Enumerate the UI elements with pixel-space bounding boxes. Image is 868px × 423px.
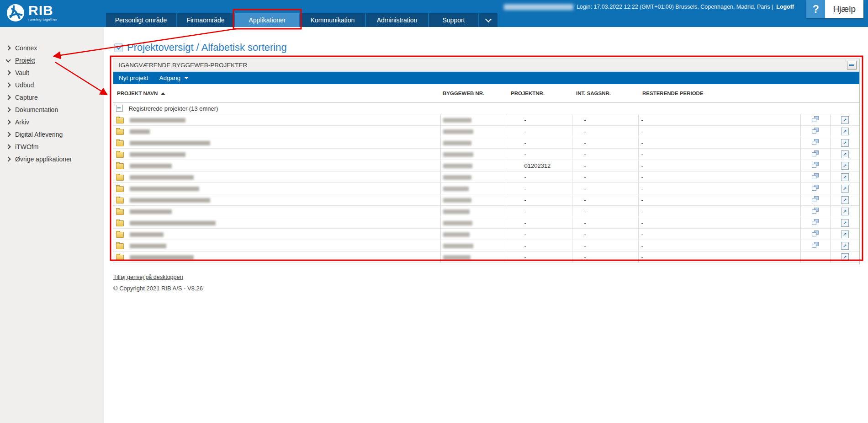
column-header-projektnr[interactable]: PROJEKTNR.: [506, 84, 572, 103]
project-name-redacted: [130, 152, 185, 157]
byggeweb-nr-redacted: [443, 187, 469, 191]
launch-project-icon[interactable]: ↗: [841, 230, 849, 238]
table-row[interactable]: - - - ↗: [113, 171, 859, 183]
sidebar-item-vault[interactable]: Vault: [0, 66, 104, 79]
tab-kommunikation[interactable]: Kommunikation: [300, 13, 365, 27]
launch-project-icon[interactable]: ↗: [841, 253, 849, 261]
byggeweb-nr-redacted: [443, 175, 471, 180]
int-sagsnr-cell: -: [572, 183, 638, 194]
table-row[interactable]: - - - ↗: [113, 194, 859, 206]
projektnr-cell: 01202312: [506, 160, 572, 171]
sidebar-item-udbud[interactable]: Udbud: [0, 79, 104, 91]
table-row[interactable]: - - - ↗: [113, 206, 859, 217]
top-header: RIB running together Personligt område F…: [0, 0, 868, 27]
sidebar-item-oevrige-applikationer[interactable]: Øvrige applikationer: [0, 153, 104, 165]
tab-personligt-omraade[interactable]: Personligt område: [106, 13, 176, 27]
column-header-byggeweb-nr[interactable]: BYGGEWEB NR.: [440, 84, 506, 103]
sidebar-item-digital-aflevering[interactable]: Digital Aflevering: [0, 128, 104, 140]
collapse-group-icon[interactable]: [116, 105, 123, 112]
open-in-window-icon[interactable]: [812, 185, 819, 191]
launch-project-icon[interactable]: ↗: [841, 162, 849, 170]
sidebar-item-dokumentation[interactable]: Dokumentation: [0, 103, 104, 116]
launch-project-icon[interactable]: ↗: [841, 139, 849, 147]
tab-firmaomraade[interactable]: Firmaområde: [177, 13, 234, 27]
sidebar-item-connex[interactable]: Connex: [0, 42, 104, 54]
open-in-window-icon[interactable]: [812, 128, 819, 134]
table-row[interactable]: - - - ↗: [113, 229, 859, 240]
page-title-row: Projektoversigt / Alfabetisk sortering: [114, 42, 287, 54]
resterende-periode-cell: -: [638, 114, 800, 126]
launch-project-icon[interactable]: ↗: [841, 185, 849, 193]
int-sagsnr-cell: -: [572, 126, 638, 137]
collapse-section-icon[interactable]: [114, 43, 123, 52]
open-in-window-icon[interactable]: [812, 208, 819, 214]
resterende-periode-cell: -: [638, 217, 800, 229]
byggeweb-nr-redacted: [443, 232, 470, 237]
launch-project-icon[interactable]: ↗: [841, 219, 849, 227]
resterende-periode-cell: -: [638, 206, 800, 217]
open-in-window-icon[interactable]: [812, 150, 819, 156]
open-in-window-icon[interactable]: [812, 219, 819, 225]
access-dropdown[interactable]: Adgang: [159, 75, 189, 81]
launch-project-icon[interactable]: ↗: [841, 173, 849, 181]
open-in-window-icon[interactable]: [812, 230, 819, 236]
tab-administration[interactable]: Administration: [366, 13, 428, 27]
projects-table: PROJEKT NAVN BYGGEWEB NR. PROJEKTNR. INT…: [113, 84, 859, 263]
open-in-window-icon[interactable]: [812, 162, 819, 168]
table-row[interactable]: - - - ↗: [113, 137, 859, 149]
table-row[interactable]: - - - ↗: [113, 149, 859, 160]
open-in-window-icon[interactable]: [812, 173, 819, 179]
tab-applikationer[interactable]: Applikationer: [235, 13, 299, 27]
folder-icon: [116, 152, 124, 158]
column-header-int-sagsnr[interactable]: INT. SAGSNR.: [572, 84, 638, 103]
login-info: Login: 17.03.2022 12:22 (GMT+01:00) Brus…: [504, 4, 794, 10]
open-in-window-icon[interactable]: [812, 139, 819, 145]
chevron-right-icon: [5, 70, 11, 75]
open-in-window-icon[interactable]: [812, 242, 819, 248]
folder-icon: [116, 163, 124, 169]
folder-icon: [116, 175, 124, 181]
table-row[interactable]: - - - ↗: [113, 252, 859, 263]
sidebar-item-itwofm[interactable]: iTWOfm: [0, 140, 104, 153]
tabs-overflow-button[interactable]: [479, 13, 498, 27]
table-row[interactable]: 01202312 - - ↗: [113, 160, 859, 171]
launch-project-icon[interactable]: ↗: [841, 116, 849, 124]
column-header-resterende-periode[interactable]: RESTERENDE PERIODE: [638, 84, 800, 103]
table-row[interactable]: - - - ↗: [113, 126, 859, 137]
rib-logo: RIB running together: [6, 2, 57, 22]
resterende-periode-cell: -: [638, 149, 800, 160]
add-desktop-shortcut-link[interactable]: Tilføj genvej på desktoppen: [113, 274, 183, 280]
sidebar-item-arkiv[interactable]: Arkiv: [0, 116, 104, 128]
projektnr-cell: -: [506, 137, 572, 149]
folder-icon: [116, 255, 124, 261]
launch-project-icon[interactable]: ↗: [841, 208, 849, 215]
help-button-label: Hjælp: [825, 0, 863, 18]
launch-project-icon[interactable]: ↗: [841, 242, 849, 250]
chevron-right-icon: [5, 156, 11, 161]
group-header-row[interactable]: Registrerede projekter (13 emner): [113, 103, 859, 114]
help-button[interactable]: ? Hjælp: [806, 0, 863, 18]
table-row[interactable]: - - - ↗: [113, 114, 859, 126]
table-row[interactable]: - - - ↗: [113, 217, 859, 229]
sidebar-item-capture[interactable]: Capture: [0, 91, 104, 103]
logoff-link[interactable]: Logoff: [776, 4, 794, 10]
launch-project-icon[interactable]: ↗: [841, 128, 849, 135]
launch-project-icon[interactable]: ↗: [841, 196, 849, 204]
chevron-down-icon: [5, 57, 11, 62]
int-sagsnr-cell: -: [572, 171, 638, 183]
table-row[interactable]: - - - ↗: [113, 240, 859, 252]
minimize-panel-button[interactable]: [847, 61, 857, 70]
panel-header: IGANGVÆRENDE BYGGEWEB-PROJEKTER: [113, 59, 859, 72]
launch-project-icon[interactable]: ↗: [841, 150, 849, 158]
new-project-button[interactable]: Nyt projekt: [119, 75, 148, 81]
resterende-periode-cell: -: [638, 252, 800, 263]
column-header-projekt-navn[interactable]: PROJEKT NAVN: [113, 84, 440, 103]
sidebar-item-projekt[interactable]: Projekt: [0, 54, 104, 66]
tab-support[interactable]: Support: [429, 13, 478, 27]
brand-tagline: running together: [28, 17, 57, 21]
chevron-right-icon: [5, 132, 11, 137]
folder-icon: [116, 232, 124, 238]
table-row[interactable]: - - - ↗: [113, 183, 859, 194]
open-in-window-icon[interactable]: [812, 116, 819, 122]
open-in-window-icon[interactable]: [812, 196, 819, 202]
